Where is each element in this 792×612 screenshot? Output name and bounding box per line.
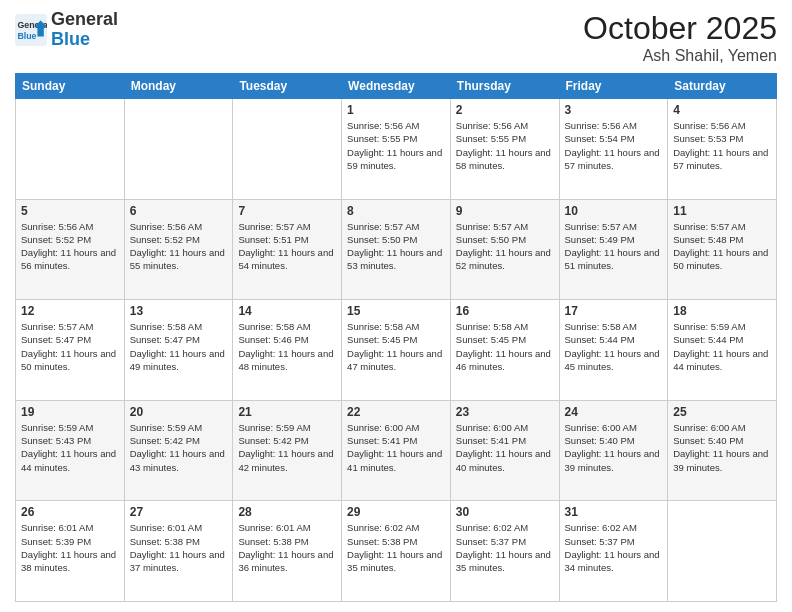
day-info: Sunrise: 5:57 AMSunset: 5:50 PMDaylight:…	[456, 220, 554, 273]
day-number: 20	[130, 405, 228, 419]
calendar-cell: 25Sunrise: 6:00 AMSunset: 5:40 PMDayligh…	[668, 400, 777, 501]
day-number: 22	[347, 405, 445, 419]
day-info: Sunrise: 5:59 AMSunset: 5:44 PMDaylight:…	[673, 320, 771, 373]
column-header-tuesday: Tuesday	[233, 74, 342, 99]
svg-text:Blue: Blue	[17, 31, 36, 41]
day-number: 18	[673, 304, 771, 318]
day-info: Sunrise: 6:01 AMSunset: 5:38 PMDaylight:…	[130, 521, 228, 574]
calendar: SundayMondayTuesdayWednesdayThursdayFrid…	[15, 73, 777, 602]
day-info: Sunrise: 5:56 AMSunset: 5:53 PMDaylight:…	[673, 119, 771, 172]
calendar-cell: 20Sunrise: 5:59 AMSunset: 5:42 PMDayligh…	[124, 400, 233, 501]
calendar-cell: 1Sunrise: 5:56 AMSunset: 5:55 PMDaylight…	[342, 99, 451, 200]
calendar-cell: 31Sunrise: 6:02 AMSunset: 5:37 PMDayligh…	[559, 501, 668, 602]
calendar-cell: 28Sunrise: 6:01 AMSunset: 5:38 PMDayligh…	[233, 501, 342, 602]
day-info: Sunrise: 5:59 AMSunset: 5:43 PMDaylight:…	[21, 421, 119, 474]
calendar-cell: 22Sunrise: 6:00 AMSunset: 5:41 PMDayligh…	[342, 400, 451, 501]
calendar-cell: 5Sunrise: 5:56 AMSunset: 5:52 PMDaylight…	[16, 199, 125, 300]
day-info: Sunrise: 6:00 AMSunset: 5:41 PMDaylight:…	[456, 421, 554, 474]
calendar-cell: 19Sunrise: 5:59 AMSunset: 5:43 PMDayligh…	[16, 400, 125, 501]
day-number: 31	[565, 505, 663, 519]
calendar-cell: 9Sunrise: 5:57 AMSunset: 5:50 PMDaylight…	[450, 199, 559, 300]
calendar-cell: 7Sunrise: 5:57 AMSunset: 5:51 PMDaylight…	[233, 199, 342, 300]
calendar-cell: 6Sunrise: 5:56 AMSunset: 5:52 PMDaylight…	[124, 199, 233, 300]
day-number: 14	[238, 304, 336, 318]
calendar-cell: 16Sunrise: 5:58 AMSunset: 5:45 PMDayligh…	[450, 300, 559, 401]
day-number: 28	[238, 505, 336, 519]
column-header-wednesday: Wednesday	[342, 74, 451, 99]
day-number: 30	[456, 505, 554, 519]
calendar-cell: 12Sunrise: 5:57 AMSunset: 5:47 PMDayligh…	[16, 300, 125, 401]
calendar-cell: 2Sunrise: 5:56 AMSunset: 5:55 PMDaylight…	[450, 99, 559, 200]
day-info: Sunrise: 5:56 AMSunset: 5:52 PMDaylight:…	[21, 220, 119, 273]
day-info: Sunrise: 5:57 AMSunset: 5:47 PMDaylight:…	[21, 320, 119, 373]
calendar-cell: 15Sunrise: 5:58 AMSunset: 5:45 PMDayligh…	[342, 300, 451, 401]
day-number: 17	[565, 304, 663, 318]
calendar-header: SundayMondayTuesdayWednesdayThursdayFrid…	[16, 74, 777, 99]
day-number: 3	[565, 103, 663, 117]
week-row-3: 12Sunrise: 5:57 AMSunset: 5:47 PMDayligh…	[16, 300, 777, 401]
day-number: 27	[130, 505, 228, 519]
day-number: 10	[565, 204, 663, 218]
calendar-cell: 30Sunrise: 6:02 AMSunset: 5:37 PMDayligh…	[450, 501, 559, 602]
day-number: 8	[347, 204, 445, 218]
week-row-5: 26Sunrise: 6:01 AMSunset: 5:39 PMDayligh…	[16, 501, 777, 602]
day-info: Sunrise: 5:57 AMSunset: 5:51 PMDaylight:…	[238, 220, 336, 273]
calendar-cell: 10Sunrise: 5:57 AMSunset: 5:49 PMDayligh…	[559, 199, 668, 300]
title-area: October 2025 Ash Shahil, Yemen	[583, 10, 777, 65]
day-number: 23	[456, 405, 554, 419]
day-number: 24	[565, 405, 663, 419]
logo-icon: General Blue	[15, 14, 47, 46]
day-number: 19	[21, 405, 119, 419]
day-info: Sunrise: 5:58 AMSunset: 5:44 PMDaylight:…	[565, 320, 663, 373]
day-number: 13	[130, 304, 228, 318]
calendar-cell: 18Sunrise: 5:59 AMSunset: 5:44 PMDayligh…	[668, 300, 777, 401]
day-number: 16	[456, 304, 554, 318]
day-number: 9	[456, 204, 554, 218]
day-info: Sunrise: 5:59 AMSunset: 5:42 PMDaylight:…	[130, 421, 228, 474]
calendar-cell: 13Sunrise: 5:58 AMSunset: 5:47 PMDayligh…	[124, 300, 233, 401]
page: General Blue General Blue October 2025 A…	[0, 0, 792, 612]
day-info: Sunrise: 5:56 AMSunset: 5:54 PMDaylight:…	[565, 119, 663, 172]
day-info: Sunrise: 5:56 AMSunset: 5:52 PMDaylight:…	[130, 220, 228, 273]
day-number: 11	[673, 204, 771, 218]
day-number: 7	[238, 204, 336, 218]
day-number: 25	[673, 405, 771, 419]
column-header-thursday: Thursday	[450, 74, 559, 99]
calendar-cell: 3Sunrise: 5:56 AMSunset: 5:54 PMDaylight…	[559, 99, 668, 200]
calendar-cell: 21Sunrise: 5:59 AMSunset: 5:42 PMDayligh…	[233, 400, 342, 501]
day-info: Sunrise: 5:58 AMSunset: 5:45 PMDaylight:…	[456, 320, 554, 373]
day-number: 26	[21, 505, 119, 519]
calendar-cell	[124, 99, 233, 200]
day-info: Sunrise: 5:57 AMSunset: 5:48 PMDaylight:…	[673, 220, 771, 273]
logo: General Blue General Blue	[15, 10, 118, 50]
week-row-4: 19Sunrise: 5:59 AMSunset: 5:43 PMDayligh…	[16, 400, 777, 501]
day-info: Sunrise: 5:59 AMSunset: 5:42 PMDaylight:…	[238, 421, 336, 474]
calendar-cell: 26Sunrise: 6:01 AMSunset: 5:39 PMDayligh…	[16, 501, 125, 602]
day-number: 6	[130, 204, 228, 218]
day-info: Sunrise: 6:01 AMSunset: 5:39 PMDaylight:…	[21, 521, 119, 574]
calendar-cell: 29Sunrise: 6:02 AMSunset: 5:38 PMDayligh…	[342, 501, 451, 602]
day-info: Sunrise: 6:00 AMSunset: 5:41 PMDaylight:…	[347, 421, 445, 474]
day-info: Sunrise: 6:00 AMSunset: 5:40 PMDaylight:…	[673, 421, 771, 474]
day-info: Sunrise: 6:00 AMSunset: 5:40 PMDaylight:…	[565, 421, 663, 474]
calendar-cell	[668, 501, 777, 602]
header-row: SundayMondayTuesdayWednesdayThursdayFrid…	[16, 74, 777, 99]
week-row-1: 1Sunrise: 5:56 AMSunset: 5:55 PMDaylight…	[16, 99, 777, 200]
calendar-cell: 14Sunrise: 5:58 AMSunset: 5:46 PMDayligh…	[233, 300, 342, 401]
column-header-sunday: Sunday	[16, 74, 125, 99]
day-number: 4	[673, 103, 771, 117]
day-number: 12	[21, 304, 119, 318]
day-number: 2	[456, 103, 554, 117]
day-info: Sunrise: 5:56 AMSunset: 5:55 PMDaylight:…	[456, 119, 554, 172]
calendar-cell	[16, 99, 125, 200]
column-header-saturday: Saturday	[668, 74, 777, 99]
calendar-cell: 8Sunrise: 5:57 AMSunset: 5:50 PMDaylight…	[342, 199, 451, 300]
calendar-cell: 17Sunrise: 5:58 AMSunset: 5:44 PMDayligh…	[559, 300, 668, 401]
day-number: 21	[238, 405, 336, 419]
calendar-cell: 4Sunrise: 5:56 AMSunset: 5:53 PMDaylight…	[668, 99, 777, 200]
location: Ash Shahil, Yemen	[583, 47, 777, 65]
logo-text: General Blue	[51, 10, 118, 50]
day-info: Sunrise: 6:01 AMSunset: 5:38 PMDaylight:…	[238, 521, 336, 574]
column-header-monday: Monday	[124, 74, 233, 99]
day-info: Sunrise: 5:57 AMSunset: 5:49 PMDaylight:…	[565, 220, 663, 273]
